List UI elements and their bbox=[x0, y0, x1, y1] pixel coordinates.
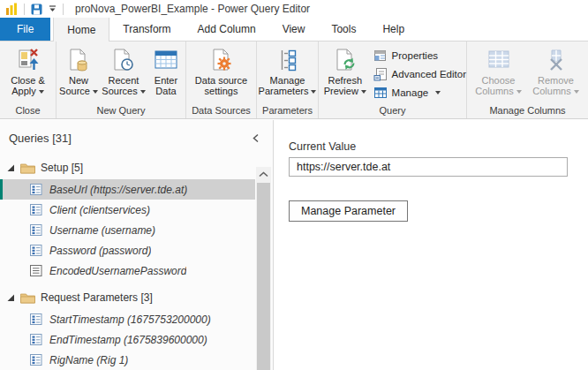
current-value-input[interactable] bbox=[289, 157, 568, 177]
query-item-client[interactable]: Client (clientservices) bbox=[0, 200, 255, 220]
query-item-encodedusernamepassword[interactable]: EncodedUsernamePassword bbox=[0, 261, 255, 281]
ribbon-group-manage-columns: ChooseColumns RemoveColumns Manage Colum… bbox=[467, 42, 588, 118]
queries-scrollbar[interactable] bbox=[256, 167, 271, 370]
query-small-buttons: Properties Advanced Editor bbox=[373, 44, 466, 102]
tab-transform[interactable]: Transform bbox=[109, 18, 184, 41]
titlebar-separator bbox=[63, 4, 64, 15]
parameter-detail-pane: Current Value Manage Parameter bbox=[274, 120, 588, 370]
ribbon-group-label-data-sources: Data Sources bbox=[186, 105, 256, 116]
titlebar-separator bbox=[24, 4, 25, 15]
button-label: EnterData bbox=[155, 75, 177, 96]
tab-tools[interactable]: Tools bbox=[318, 18, 369, 41]
ribbon-group-data-sources: Data sourcesettings Data Sources bbox=[186, 42, 257, 118]
button-label: RecentSources bbox=[102, 75, 145, 96]
button-label: RefreshPreview bbox=[324, 75, 366, 96]
properties-button[interactable]: Properties bbox=[373, 46, 466, 64]
queries-panel-title: Queries [31] bbox=[0, 120, 273, 151]
advanced-editor-button[interactable]: Advanced Editor bbox=[373, 64, 466, 83]
button-label: RemoveColumns bbox=[532, 75, 578, 96]
parameter-icon bbox=[30, 184, 42, 195]
folder-icon bbox=[20, 162, 35, 174]
queries-tree: Setup [5] BaseUrl (https://server.tde.at… bbox=[0, 151, 273, 370]
manage-icon bbox=[373, 86, 388, 100]
ribbon-group-query: RefreshPreview Properties bbox=[319, 42, 467, 118]
recent-sources-button[interactable]: RecentSources bbox=[102, 44, 146, 96]
parameter-icon bbox=[30, 334, 42, 345]
dropdown-caret-icon bbox=[516, 90, 522, 94]
tab-view[interactable]: View bbox=[269, 18, 319, 41]
folder-icon bbox=[20, 292, 35, 304]
list-query-icon bbox=[30, 265, 42, 276]
ribbon: Close &Apply Close NewSource bbox=[0, 42, 588, 119]
ribbon-group-label-manage-columns: Manage Columns bbox=[467, 105, 588, 116]
button-label: Data sourcesettings bbox=[195, 75, 247, 96]
query-item-username[interactable]: Username (username) bbox=[0, 220, 255, 240]
data-source-settings-icon bbox=[209, 44, 234, 75]
title-bar: proNova_PowerBI_Example - Power Query Ed… bbox=[0, 0, 588, 18]
quick-access-caret-icon[interactable] bbox=[49, 5, 57, 12]
dropdown-caret-icon bbox=[140, 90, 146, 94]
ribbon-group-parameters: ManageParameters Parameters bbox=[257, 42, 319, 118]
parameter-icon bbox=[30, 204, 42, 215]
query-item-password[interactable]: Password (password) bbox=[0, 240, 255, 261]
new-source-icon bbox=[66, 44, 91, 75]
dropdown-caret-icon bbox=[311, 90, 316, 94]
tab-home[interactable]: Home bbox=[53, 18, 109, 42]
refresh-preview-icon bbox=[333, 44, 358, 75]
manage-parameters-icon bbox=[275, 44, 300, 75]
button-label: ManageParameters bbox=[259, 75, 317, 96]
data-source-settings-button[interactable]: Data sourcesettings bbox=[188, 44, 255, 96]
query-item-starttimestamp[interactable]: StartTimestamp (1675753200000) bbox=[0, 309, 255, 329]
query-item-baseurl[interactable]: BaseUrl (https://server.tde.at) bbox=[0, 179, 255, 200]
properties-icon bbox=[373, 49, 388, 63]
ribbon-group-new-query: NewSource RecentSources bbox=[57, 42, 186, 118]
advanced-editor-icon bbox=[373, 67, 388, 81]
button-label: NewSource bbox=[59, 75, 98, 96]
parameter-icon bbox=[30, 245, 42, 256]
ribbon-group-label-new-query: New Query bbox=[57, 105, 185, 116]
new-source-button[interactable]: NewSource bbox=[58, 44, 99, 96]
choose-columns-button: ChooseColumns bbox=[472, 44, 525, 96]
query-folder-request-parameters[interactable]: Request Parameters [3] bbox=[0, 286, 255, 309]
ribbon-group-label-query: Query bbox=[319, 105, 466, 116]
parameter-icon bbox=[30, 224, 42, 236]
manage-parameter-button[interactable]: Manage Parameter bbox=[289, 200, 408, 222]
parameter-icon bbox=[30, 313, 42, 325]
window-title: proNova_PowerBI_Example - Power Query Ed… bbox=[75, 3, 310, 15]
dropdown-caret-icon bbox=[93, 90, 98, 94]
scroll-up-icon[interactable] bbox=[256, 167, 271, 182]
expander-icon[interactable] bbox=[7, 294, 15, 302]
ribbon-group-label-parameters: Parameters bbox=[257, 105, 318, 116]
query-item-endtimestamp[interactable]: EndTimestamp (1675839600000) bbox=[0, 329, 255, 350]
ribbon-group-close: Close &Apply Close bbox=[0, 42, 57, 118]
manage-parameters-button[interactable]: ManageParameters bbox=[259, 44, 317, 96]
query-item-rigname[interactable]: RigName (Rig 1) bbox=[0, 350, 255, 370]
refresh-preview-button[interactable]: RefreshPreview bbox=[322, 44, 368, 102]
collapse-panel-icon[interactable] bbox=[252, 131, 260, 147]
tab-file[interactable]: File bbox=[0, 18, 50, 41]
query-folder-setup[interactable]: Setup [5] bbox=[0, 156, 255, 179]
ribbon-group-label-close: Close bbox=[0, 105, 56, 116]
parameter-icon bbox=[30, 354, 42, 366]
close-apply-icon bbox=[15, 44, 41, 75]
expander-icon[interactable] bbox=[7, 164, 15, 172]
tab-help[interactable]: Help bbox=[369, 18, 418, 41]
button-label: ChooseColumns bbox=[475, 75, 521, 96]
scrollbar-thumb[interactable] bbox=[257, 183, 270, 370]
save-icon[interactable] bbox=[31, 4, 42, 15]
ribbon-tab-bar: File Home Transform Add Column View Tool… bbox=[0, 18, 588, 42]
manage-button[interactable]: Manage bbox=[373, 83, 466, 102]
close-apply-button[interactable]: Close &Apply bbox=[4, 44, 52, 96]
dropdown-caret-icon bbox=[574, 90, 579, 94]
tab-add-column[interactable]: Add Column bbox=[185, 18, 269, 41]
choose-columns-icon bbox=[486, 44, 512, 75]
button-label: Close &Apply bbox=[11, 75, 45, 96]
recent-sources-icon bbox=[111, 44, 136, 75]
main-area: Queries [31] Setup [5] BaseUrl (https://… bbox=[0, 120, 588, 370]
queries-panel: Queries [31] Setup [5] BaseUrl (https://… bbox=[0, 120, 274, 370]
dropdown-caret-icon bbox=[435, 91, 441, 94]
enter-data-button[interactable]: EnterData bbox=[148, 44, 184, 96]
dropdown-caret-icon bbox=[39, 90, 44, 94]
current-value-label: Current Value bbox=[289, 140, 588, 153]
remove-columns-button: RemoveColumns bbox=[529, 44, 584, 96]
